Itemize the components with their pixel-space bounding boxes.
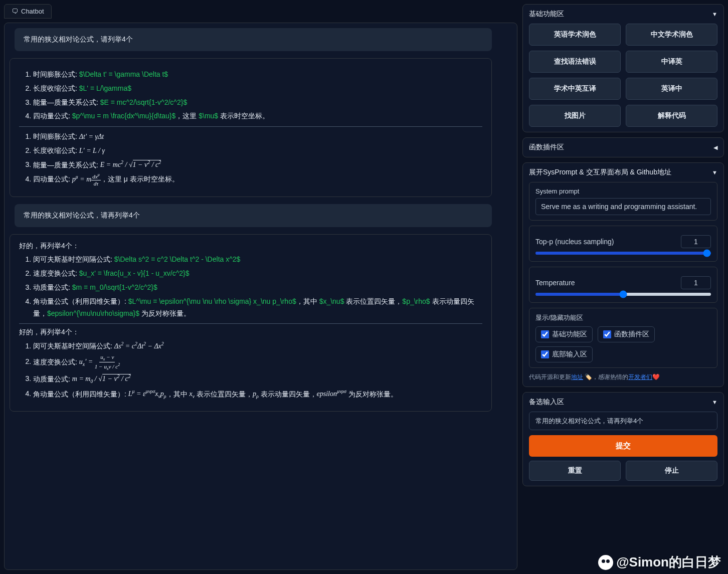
alt-input-title: 备选输入区	[529, 398, 564, 407]
topp-slider[interactable]	[535, 252, 711, 255]
assistant-message: 时间膨胀公式: $\Delta t' = \gamma \Delta t$ 长度…	[10, 58, 492, 197]
chk-plugin-area-input[interactable]	[603, 330, 611, 338]
fn-zh-to-en[interactable]: 中译英	[626, 51, 717, 73]
footer-note: 代码开源和更新地址 🏷️，感谢热情的开发者们❤️	[529, 373, 717, 381]
link-devs[interactable]: 开发者们	[628, 373, 652, 380]
fn-find-image[interactable]: 找图片	[529, 105, 621, 127]
basic-area-title: 基础功能区	[529, 10, 564, 19]
system-prompt-label: System prompt	[535, 187, 711, 195]
temperature-slider[interactable]	[535, 293, 711, 296]
formula-list-raw: 时间膨胀公式: $\Delta t' = \gamma \Delta t$ 长度…	[19, 69, 482, 122]
stop-button[interactable]: 停止	[626, 461, 717, 481]
assistant-message: 好的，再列举4个： 闵可夫斯基时空间隔公式: $\Delta s^2 = c^2…	[10, 234, 492, 412]
formula-list-rendered: 时间膨胀公式: Δt′ = γΔt 长度收缩公式: L′ = L / γ 能量—…	[19, 131, 482, 186]
link-repo[interactable]: 地址	[571, 373, 583, 380]
alt-input-field[interactable]	[529, 412, 717, 430]
fn-explain-code[interactable]: 解释代码	[626, 105, 717, 127]
visibility-label: 显示/隐藏功能区	[535, 313, 711, 322]
user-message: 常用的狭义相对论公式，请再列举4个	[15, 204, 492, 227]
chk-bottom-input[interactable]: 底部输入区	[535, 346, 593, 362]
chevron-down-icon: ▼	[712, 399, 717, 405]
visibility-block: 显示/隐藏功能区 基础功能区 函数插件区 底部输入区	[529, 308, 717, 368]
plugin-area-header[interactable]: 函数插件区 ◀	[529, 143, 717, 152]
alt-input-panel: 备选输入区 ▼ 提交 重置 停止	[522, 392, 724, 486]
tab-chatbot[interactable]: 🗨 Chatbot	[4, 4, 52, 19]
chat-history[interactable]: 常用的狭义相对论公式，请列举4个 时间膨胀公式: $\Delta t' = \g…	[4, 23, 517, 570]
divider	[19, 126, 482, 127]
chk-basic-area[interactable]: 基础功能区	[535, 326, 593, 342]
tab-chatbot-label: Chatbot	[21, 8, 44, 15]
user-message-text: 常用的狭义相对论公式，请列举4个	[24, 35, 133, 43]
temperature-value[interactable]: 1	[681, 276, 711, 289]
user-message-text: 常用的狭义相对论公式，请再列举4个	[24, 211, 140, 219]
divider	[19, 323, 482, 324]
fn-en-to-zh[interactable]: 英译中	[626, 78, 717, 100]
formula-list-raw: 闵可夫斯基时空间隔公式: $\Delta s^2 = c^2 \Delta t^…	[19, 254, 482, 319]
formula-list-rendered: 闵可夫斯基时空间隔公式: Δs2 = c2Δt2 − Δx2 速度变换公式: u…	[19, 340, 482, 401]
basic-area-header[interactable]: 基础功能区 ▼	[529, 10, 717, 19]
user-message: 常用的狭义相对论公式，请列举4个	[15, 28, 492, 51]
reset-button[interactable]: 重置	[529, 461, 621, 481]
chevron-down-icon: ▼	[712, 11, 717, 17]
fn-chinese-polish[interactable]: 中文学术润色	[626, 24, 717, 46]
plugin-area-panel: 函数插件区 ◀	[522, 137, 724, 157]
topp-value[interactable]: 1	[681, 235, 711, 248]
system-prompt-block: System prompt Serve me as a writing and …	[529, 182, 717, 221]
alt-input-header[interactable]: 备选输入区 ▼	[529, 398, 717, 407]
plugin-area-title: 函数插件区	[529, 143, 564, 152]
sysprompt-panel: 展开SysPrompt & 交互界面布局 & Github地址 ▼ System…	[522, 162, 724, 387]
chat-icon: 🗨	[12, 8, 18, 15]
chk-basic-area-input[interactable]	[541, 330, 549, 338]
sysprompt-header[interactable]: 展开SysPrompt & 交互界面布局 & Github地址 ▼	[529, 168, 717, 177]
fn-academic-translate[interactable]: 学术中英互译	[529, 78, 621, 100]
fn-grammar-check[interactable]: 查找语法错误	[529, 51, 621, 73]
chevron-down-icon: ▼	[712, 169, 717, 175]
system-prompt-field[interactable]: Serve me as a writing and programming as…	[535, 198, 711, 215]
chk-plugin-area[interactable]: 函数插件区	[598, 326, 655, 342]
temperature-label: Temperature	[535, 279, 676, 287]
basic-area-panel: 基础功能区 ▼ 英语学术润色 中文学术润色 查找语法错误 中译英 学术中英互译 …	[522, 4, 724, 132]
topp-block: Top-p (nucleus sampling) 1	[529, 226, 717, 262]
sysprompt-title: 展开SysPrompt & 交互界面布局 & Github地址	[529, 168, 671, 177]
submit-button[interactable]: 提交	[529, 435, 717, 457]
fn-english-polish[interactable]: 英语学术润色	[529, 24, 621, 46]
temperature-block: Temperature 1	[529, 267, 717, 303]
chk-bottom-input-input[interactable]	[541, 350, 549, 358]
topp-label: Top-p (nucleus sampling)	[535, 238, 676, 246]
chevron-left-icon: ◀	[713, 144, 717, 151]
